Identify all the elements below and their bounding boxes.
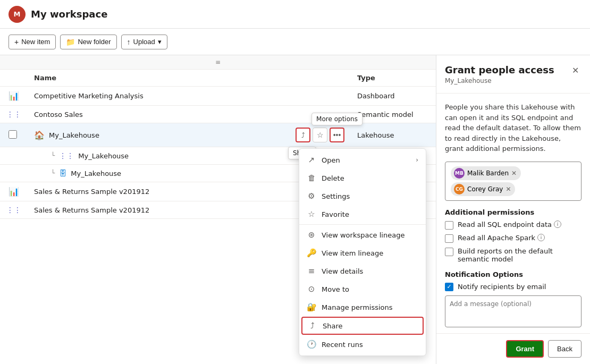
table-row[interactable]: 📊 Competitive Marketing Analysis Dashboa… (0, 87, 436, 106)
main-layout: ≡ Name Type 📊 Competitive Ma (0, 55, 590, 364)
menu-item-open[interactable]: ↗ Open › (299, 151, 426, 169)
file-name: My_Lakehouse (49, 131, 99, 139)
menu-item-label: Recent runs (322, 341, 363, 349)
menu-item-delete[interactable]: 🗑 Delete (299, 169, 426, 187)
menu-item-label: Share (323, 322, 343, 330)
menu-item-workspace-lineage[interactable]: ⊛ View workspace lineage (299, 226, 426, 244)
menu-item-share[interactable]: ⤴ Share (301, 317, 424, 335)
right-panel: Grant people access My_Lakehouse ✕ Peopl… (436, 55, 590, 364)
recipients-box[interactable]: MB Malik Barden ✕ CG Corey Gray ✕ (445, 162, 581, 201)
more-options-tooltip: More options (311, 113, 363, 125)
read-sql-label: Read all SQL endpoint data i (458, 221, 561, 228)
menu-item-settings[interactable]: ⚙ Settings (299, 187, 426, 205)
move-to-icon: ⊙ (307, 284, 316, 294)
build-reports-label: Build reports on the default semantic mo… (458, 247, 581, 263)
row-checkbox[interactable] (9, 130, 17, 139)
notify-label: Notify recipients by email (458, 283, 546, 291)
message-textarea[interactable] (445, 295, 581, 327)
user-avatar: M (9, 6, 26, 23)
recent-runs-icon: 🕐 (307, 340, 316, 349)
toolbar: + New item 📁 New folder ↑ Upload ▾ (0, 29, 590, 55)
notify-row: ✓ Notify recipients by email (445, 283, 581, 291)
additional-permissions-section: Additional permissions Read all SQL endp… (445, 208, 581, 263)
new-folder-button[interactable]: 📁 New folder (60, 35, 116, 49)
star-icon: ☆ (317, 131, 324, 139)
child-semantic-icon: ⋮⋮ (59, 151, 74, 160)
file-name: Sales & Returns Sample v201912 (34, 206, 149, 214)
panel-subtitle: My_Lakehouse (445, 77, 569, 84)
menu-divider (299, 224, 426, 225)
menu-item-move-to[interactable]: ⊙ Move to (299, 280, 426, 298)
permission-item: Read all Apache Spark i (445, 234, 581, 243)
recipient-remove-button[interactable]: ✕ (511, 170, 517, 177)
recipient-avatar: MB (454, 168, 465, 179)
menu-item-item-lineage[interactable]: 🔑 View item lineage (299, 244, 426, 262)
menu-item-label: Move to (322, 285, 349, 293)
recipient-tag: MB Malik Barden ✕ (451, 166, 521, 180)
folder-icon: 📁 (66, 38, 75, 46)
menu-item-recent-runs[interactable]: 🕐 Recent runs (299, 335, 426, 353)
open-icon: ↗ (307, 155, 316, 165)
report-icon: 📊 (9, 187, 19, 197)
menu-item-label: View details (322, 267, 363, 275)
submenu-arrow: › (416, 156, 418, 164)
recipient-name: Corey Gray (467, 185, 503, 193)
back-button[interactable]: Back (548, 340, 581, 358)
menu-item-label: Favorite (322, 210, 349, 218)
file-area: ≡ Name Type 📊 Competitive Ma (0, 55, 436, 364)
menu-item-label: View item lineage (322, 249, 383, 257)
lakehouse-icon: 🏠 (34, 130, 45, 140)
file-type: Semantic model (351, 106, 436, 123)
type-column-header: Type (351, 70, 436, 87)
view-details-icon: ≡ (307, 266, 316, 276)
panel-body: People you share this Lakehouse with can… (436, 94, 590, 333)
menu-item-view-details[interactable]: ≡ View details (299, 262, 426, 280)
info-icon[interactable]: i (554, 221, 561, 228)
panel-title: Grant people access (445, 64, 569, 76)
permission-item: Build reports on the default semantic mo… (445, 247, 581, 263)
panel-footer: Grant Back (436, 333, 590, 364)
upload-button[interactable]: ↑ Upload ▾ (121, 35, 167, 49)
menu-item-label: Manage permissions (322, 303, 393, 311)
favorite-button[interactable]: ☆ (313, 128, 327, 142)
header: M My workspace (0, 0, 590, 29)
permission-item: Read all SQL endpoint data i (445, 221, 581, 230)
grant-button[interactable]: Grant (506, 340, 544, 358)
more-options-button[interactable]: ••• (330, 128, 344, 142)
table-row[interactable]: 🏠 My_Lakehouse ⤴ Share (0, 123, 436, 147)
file-name: Competitive Marketing Analysis (34, 92, 144, 100)
manage-permissions-icon: 🔐 (307, 302, 316, 312)
share-button[interactable]: ⤴ (296, 128, 310, 142)
panel-header: Grant people access My_Lakehouse ✕ (436, 55, 590, 94)
table-row[interactable]: ⋮⋮ Contoso Sales Semantic model (0, 106, 436, 123)
menu-item-favorite[interactable]: ☆ Favorite (299, 205, 426, 223)
item-lineage-icon: 🔑 (307, 248, 316, 258)
read-spark-label: Read all Apache Spark i (458, 234, 545, 242)
file-name: My_Lakehouse (71, 170, 121, 177)
notify-checkbox[interactable]: ✓ (445, 283, 453, 291)
sql-icon: 🗄 (59, 169, 66, 177)
semantic-model-icon: ⋮⋮ (6, 110, 21, 118)
dashboard-icon: 📊 (9, 91, 19, 101)
drag-handle: ≡ (0, 55, 436, 70)
menu-item-label: Delete (322, 174, 344, 182)
new-item-button[interactable]: + New item (9, 35, 56, 49)
context-menu: ↗ Open › 🗑 Delete ⚙ Settings ☆ Favorite … (299, 148, 426, 356)
recipient-tag: CG Corey Gray ✕ (451, 182, 515, 196)
drag-handle-icon: ≡ (215, 58, 221, 66)
read-spark-checkbox[interactable] (445, 234, 453, 243)
recipient-remove-button[interactable]: ✕ (505, 185, 511, 193)
file-type: Lakehouse (351, 123, 436, 147)
menu-item-label: Open (322, 156, 340, 164)
file-name: Sales & Returns Sample v201912 (34, 188, 149, 196)
menu-item-manage-permissions[interactable]: 🔐 Manage permissions (299, 298, 426, 316)
panel-close-button[interactable]: ✕ (569, 64, 581, 77)
workspace-title: My workspace (31, 9, 107, 20)
read-sql-checkbox[interactable] (445, 221, 453, 230)
info-icon-2[interactable]: i (537, 234, 545, 241)
plus-icon: + (14, 38, 19, 46)
panel-description: People you share this Lakehouse with can… (445, 102, 581, 154)
build-reports-checkbox[interactable] (445, 248, 453, 256)
semantic-model-icon-2: ⋮⋮ (6, 206, 21, 214)
settings-icon: ⚙ (307, 191, 316, 201)
